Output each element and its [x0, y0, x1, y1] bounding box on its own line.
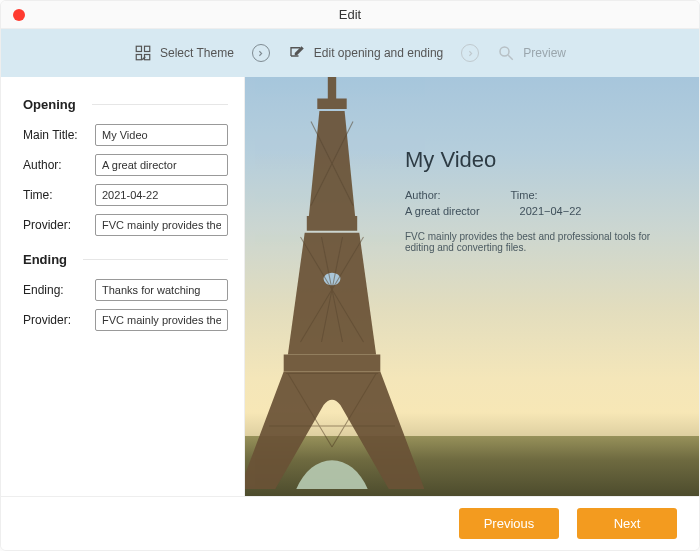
field-provider-opening: Provider:: [23, 214, 228, 236]
provider-opening-input[interactable]: [95, 214, 228, 236]
step-separator-icon: [252, 44, 270, 62]
field-ending: Ending:: [23, 279, 228, 301]
field-time: Time:: [23, 184, 228, 206]
time-label: Time:: [23, 188, 87, 202]
app-window: Edit Select Theme Edit opening and: [0, 0, 700, 551]
time-input[interactable]: [95, 184, 228, 206]
author-input[interactable]: [95, 154, 228, 176]
sidebar-form: Opening Main Title: Author: Time: Provid…: [1, 77, 245, 496]
step-bar: Select Theme Edit opening and ending Pre…: [1, 29, 699, 77]
magnifier-icon: [497, 44, 515, 62]
titlebar: Edit: [1, 1, 699, 29]
svg-rect-1: [145, 46, 150, 51]
eiffel-tower-graphic: [245, 77, 437, 489]
svg-rect-2: [136, 55, 141, 60]
opening-heading: Opening: [23, 91, 228, 116]
ending-heading: Ending: [23, 246, 228, 271]
preview-author-value: A great director: [405, 205, 480, 217]
window-title: Edit: [1, 7, 699, 22]
main-title-input[interactable]: [95, 124, 228, 146]
ending-heading-label: Ending: [23, 252, 67, 267]
next-button[interactable]: Next: [577, 508, 677, 539]
step-label: Preview: [523, 46, 566, 60]
preview-time-value: 2021−04−22: [520, 205, 582, 217]
previous-button[interactable]: Previous: [459, 508, 559, 539]
provider-label: Provider:: [23, 218, 87, 232]
ending-input[interactable]: [95, 279, 228, 301]
author-label: Author:: [23, 158, 87, 172]
step-label: Select Theme: [160, 46, 234, 60]
close-icon[interactable]: [13, 9, 25, 21]
ending-label: Ending:: [23, 283, 87, 297]
preview-author-label: Author:: [405, 189, 440, 201]
step-separator-icon: [461, 44, 479, 62]
main-title-label: Main Title:: [23, 128, 87, 142]
provider-ending-label: Provider:: [23, 313, 87, 327]
theme-grid-icon: [134, 44, 152, 62]
opening-heading-label: Opening: [23, 97, 76, 112]
field-main-title: Main Title:: [23, 124, 228, 146]
step-edit-opening-ending[interactable]: Edit opening and ending: [288, 44, 443, 62]
field-author: Author:: [23, 154, 228, 176]
divider: [83, 259, 228, 260]
preview-title: My Video: [405, 147, 679, 173]
step-preview[interactable]: Preview: [497, 44, 566, 62]
svg-rect-0: [136, 46, 141, 51]
provider-ending-input[interactable]: [95, 309, 228, 331]
divider: [92, 104, 228, 105]
edit-icon: [288, 44, 306, 62]
content-area: Opening Main Title: Author: Time: Provid…: [1, 77, 699, 496]
step-select-theme[interactable]: Select Theme: [134, 44, 234, 62]
preview-time-label: Time:: [510, 189, 537, 201]
preview-description: FVC mainly provides the best and profess…: [405, 231, 679, 253]
step-label: Edit opening and ending: [314, 46, 443, 60]
preview-pane: My Video Author: Time: A great director …: [245, 77, 699, 496]
svg-point-4: [500, 47, 509, 56]
preview-text-block: My Video Author: Time: A great director …: [405, 147, 679, 253]
field-provider-ending: Provider:: [23, 309, 228, 331]
footer-bar: Previous Next: [1, 496, 699, 550]
